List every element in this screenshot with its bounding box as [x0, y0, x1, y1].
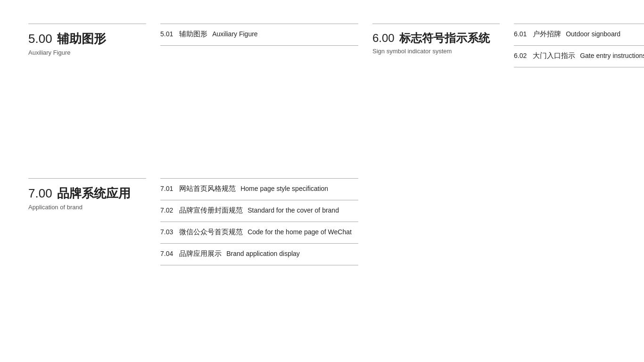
list-item: 7.01 网站首页风格规范 Home page style specificat…	[160, 178, 358, 200]
list-item: 5.01 辅助图形 Auxiliary Figure	[160, 24, 358, 46]
section-7-items: 7.01 网站首页风格规范 Home page style specificat…	[160, 173, 372, 343]
section-6-items: 6.01 户外招牌 Outdoor signboard 6.02 大门入口指示 …	[514, 19, 644, 145]
section-7-title-cn: 品牌系统应用	[57, 186, 131, 200]
section-5-title-cn: 辅助图形	[57, 32, 106, 46]
section-5-items: 5.01 辅助图形 Auxiliary Figure	[160, 19, 372, 145]
section-5-title-en: Auxiliary Figure	[28, 49, 146, 56]
section-6-title-cn: 标志符号指示系统	[399, 32, 490, 44]
item-6-02-number: 6.02	[514, 52, 527, 59]
item-5-01-cn: 辅助图形	[179, 30, 207, 38]
item-7-01-en: Home page style specification	[240, 185, 328, 192]
section-6-number: 6.00	[372, 32, 395, 44]
item-6-02-en: Gate entry instructions	[580, 52, 644, 59]
item-7-04-en: Brand application display	[226, 250, 300, 257]
section-6-title-en: Sign symbol indicator system	[372, 48, 500, 55]
item-7-03-number: 7.03	[160, 228, 173, 236]
item-7-02-cn: 品牌宣传册封面规范	[179, 206, 243, 214]
list-item: 7.04 品牌应用展示 Brand application display	[160, 243, 358, 265]
item-6-01-cn: 户外招牌	[533, 30, 561, 38]
list-item: 6.02 大门入口指示 Gate entry instructions	[514, 45, 644, 67]
list-item: 6.01 户外招牌 Outdoor signboard	[514, 24, 644, 45]
item-7-04-cn: 品牌应用展示	[179, 249, 222, 257]
item-7-04-number: 7.04	[160, 250, 173, 257]
item-5-01-en: Auxiliary Figure	[212, 30, 257, 38]
item-6-01-number: 6.01	[514, 30, 527, 38]
item-7-03-cn: 微信公众号首页规范	[179, 228, 243, 236]
section-7-header: 7.00 品牌系统应用 Application of brand	[28, 173, 160, 343]
item-7-02-number: 7.02	[160, 206, 173, 214]
item-5-01-number: 5.01	[160, 30, 173, 38]
section-6-header: 6.00 标志符号指示系统 Sign symbol indicator syst…	[372, 19, 514, 145]
item-7-02-en: Standard for the cover of brand	[248, 206, 339, 214]
item-6-02-cn: 大门入口指示	[533, 51, 575, 59]
section-7-number: 7.00	[28, 186, 52, 200]
section-5-header: 5.00 辅助图形 Auxiliary Figure	[28, 19, 160, 145]
item-7-01-number: 7.01	[160, 185, 173, 192]
item-6-01-en: Outdoor signboard	[566, 30, 620, 38]
list-item: 7.02 品牌宣传册封面规范 Standard for the cover of…	[160, 200, 358, 222]
item-7-03-en: Code for the home page of WeChat	[248, 228, 352, 236]
section-5-number: 5.00	[28, 32, 52, 46]
item-7-01-cn: 网站首页风格规范	[179, 184, 236, 192]
section-7-title-en: Application of brand	[28, 204, 146, 211]
list-item: 7.03 微信公众号首页规范 Code for the home page of…	[160, 222, 358, 243]
